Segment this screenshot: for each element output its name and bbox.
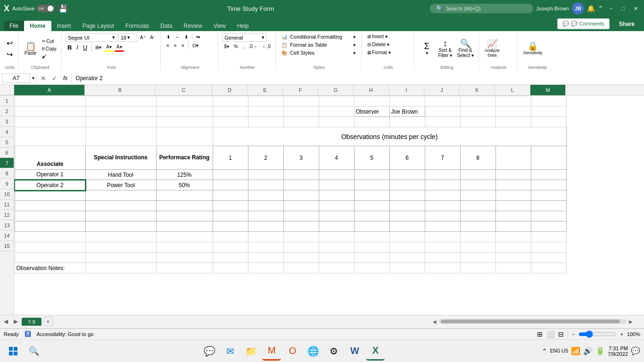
search-bar[interactable]: 🔍 Search (Alt+Q) — [429, 4, 533, 13]
col-header-g[interactable]: G — [318, 85, 354, 95]
cell-f3[interactable] — [283, 117, 319, 127]
cell-k9[interactable] — [460, 201, 495, 211]
cell-l11[interactable] — [495, 222, 531, 232]
taskbar-settings[interactable]: ⚙ — [324, 342, 343, 361]
cell-f2[interactable] — [283, 107, 319, 117]
number-format-dropdown[interactable]: General ▾ — [222, 33, 267, 42]
percent-button[interactable]: % — [232, 43, 240, 50]
cell-c11[interactable] — [156, 222, 213, 232]
cell-m11[interactable] — [531, 222, 566, 232]
cell-h5[interactable]: 5 — [354, 146, 389, 170]
currency-button[interactable]: $▾ — [222, 43, 231, 50]
cell-g11[interactable] — [319, 222, 354, 232]
cell-d4[interactable]: Observations (minutes per cycle) — [213, 127, 566, 146]
cell-b10[interactable] — [85, 211, 156, 222]
col-header-a[interactable]: A — [14, 85, 85, 95]
cell-k10[interactable] — [460, 211, 495, 222]
cell-m8[interactable] — [531, 190, 566, 201]
cell-d8[interactable] — [213, 190, 248, 201]
taskbar-search[interactable]: 🔍 — [25, 342, 43, 361]
dropdown-icon[interactable]: ▾ — [32, 75, 34, 81]
cell-h6[interactable] — [354, 170, 389, 180]
cell-l2[interactable] — [495, 107, 531, 117]
tab-data[interactable]: Data — [155, 21, 178, 31]
tab-pagelayout[interactable]: Page Layout — [77, 21, 120, 31]
align-left-button[interactable]: ≡ — [165, 42, 171, 49]
analyze-data-button[interactable]: 📈 Analyze Data — [483, 39, 502, 58]
cell-e10[interactable] — [248, 211, 283, 222]
cell-k3[interactable] — [460, 117, 495, 127]
col-header-d[interactable]: D — [212, 85, 248, 95]
cell-h3[interactable] — [354, 117, 389, 127]
cell-b5[interactable]: Special Instructions — [85, 146, 156, 170]
tray-up-arrow[interactable]: ⌃ — [542, 347, 547, 355]
cell-h2[interactable]: Observer — [354, 107, 389, 117]
win-minimize[interactable]: − — [606, 4, 616, 13]
language-indicator[interactable]: ENG US — [550, 348, 568, 354]
font-name-dropdown[interactable]: Segoe UI ▾ — [66, 33, 117, 42]
col-header-h[interactable]: H — [354, 85, 389, 95]
merge-button[interactable]: ⊡▾ — [190, 42, 200, 49]
cell-b2[interactable] — [85, 107, 156, 117]
row-header-12[interactable]: 12 — [0, 210, 14, 220]
cut-button[interactable]: ✂ Cut — [40, 38, 58, 45]
decrease-font-button[interactable]: A⁻ — [149, 34, 158, 41]
cell-d9[interactable] — [213, 201, 248, 211]
tab-home[interactable]: Home — [24, 21, 51, 31]
taskbar-m365[interactable]: M — [262, 342, 281, 361]
cell-c7[interactable]: 50% — [156, 180, 213, 190]
cell-c10[interactable] — [156, 211, 213, 222]
cell-e7[interactable] — [248, 180, 283, 190]
cell-g6[interactable] — [319, 170, 354, 180]
clock[interactable]: 7:31 PM 7/9/2022 — [608, 346, 628, 357]
align-center-button[interactable]: ≡ — [172, 42, 179, 49]
col-header-c[interactable]: C — [156, 85, 212, 95]
cell-d5[interactable]: 1 — [213, 146, 248, 170]
volume-icon[interactable]: 🔊 — [583, 346, 593, 355]
taskbar-word[interactable]: W — [345, 342, 364, 361]
cell-d1[interactable] — [213, 96, 248, 107]
insert-function-icon[interactable]: fx — [61, 75, 69, 82]
bold-button[interactable]: B — [66, 43, 74, 52]
col-header-l[interactable]: L — [495, 85, 530, 95]
cancel-formula-icon[interactable]: ✕ — [39, 74, 48, 82]
cell-h8[interactable] — [354, 190, 389, 201]
redo-button[interactable]: ↪ — [5, 49, 15, 60]
cell-f1[interactable] — [283, 96, 319, 107]
cell-c2[interactable] — [156, 107, 213, 117]
cell-j6[interactable] — [425, 170, 460, 180]
tab-insert[interactable]: Insert — [51, 21, 77, 31]
cell-a14[interactable] — [15, 253, 85, 263]
row-header-1[interactable]: 1 — [0, 96, 14, 106]
formula-input[interactable] — [74, 74, 642, 82]
sheet-tab-79[interactable]: 7-9 — [22, 318, 41, 326]
paste-button[interactable]: 📋 Paste — [22, 41, 39, 57]
start-button[interactable] — [4, 342, 23, 361]
find-select-button[interactable]: 🔍 Find & Select ▾ — [455, 38, 476, 59]
notifications-icon[interactable]: 🔔 — [587, 5, 595, 12]
cell-d11[interactable] — [213, 222, 248, 232]
cell-a11[interactable] — [15, 222, 85, 232]
delete-button[interactable]: ⊟ Delete ▾ — [365, 41, 391, 48]
zoom-in-button[interactable]: + — [620, 331, 623, 337]
sum-button[interactable]: Σ ▾ — [418, 41, 435, 57]
row-header-4[interactable]: 4 — [0, 127, 14, 137]
cell-l6[interactable] — [495, 170, 531, 180]
cell-l3[interactable] — [495, 117, 531, 127]
cell-i6[interactable] — [389, 170, 425, 180]
cell-a7[interactable]: Operator 2 — [15, 180, 85, 190]
zoom-slider[interactable] — [578, 330, 616, 338]
cell-f5[interactable]: 3 — [283, 146, 319, 170]
cell-g9[interactable] — [319, 201, 354, 211]
cell-l7[interactable] — [495, 180, 531, 190]
zoom-out-button[interactable]: − — [572, 331, 575, 337]
cell-a6[interactable]: Operator 1 — [15, 170, 85, 180]
wifi-icon[interactable]: 📶 — [571, 346, 580, 355]
scroll-right[interactable]: ▶ — [629, 319, 633, 324]
cell-l5[interactable] — [495, 146, 531, 170]
cell-i1[interactable] — [389, 96, 425, 107]
row-header-14[interactable]: 14 — [0, 230, 14, 241]
cell-d6[interactable] — [213, 170, 248, 180]
cell-a10[interactable] — [15, 211, 85, 222]
cell-d3[interactable] — [213, 117, 248, 127]
